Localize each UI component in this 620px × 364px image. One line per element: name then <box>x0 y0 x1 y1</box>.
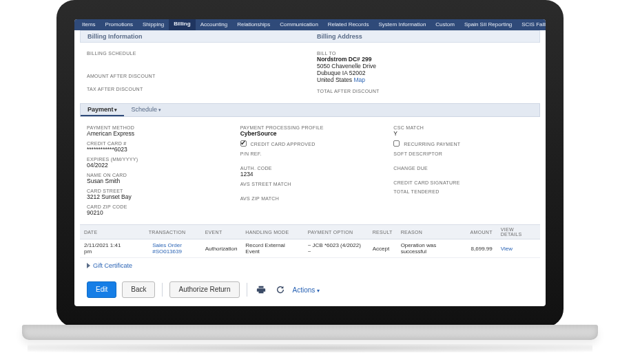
tab-scis-fallback[interactable]: SCIS Fallback <box>517 19 546 30</box>
cell-handling-mode: Record External Event <box>241 239 303 258</box>
disclosure-triangle-icon <box>87 263 90 268</box>
csc-match-label: CSC MATCH <box>393 125 533 130</box>
divider <box>162 283 163 297</box>
card-zip-label: CARD ZIP CODE <box>87 204 227 209</box>
pn-ref-label: P/N REF. <box>240 151 380 156</box>
total-after-discount-label: TOTAL AFTER DISCOUNT <box>317 89 533 94</box>
authorize-return-button[interactable]: Authorize Return <box>169 281 239 298</box>
bill-to-city: Dubuque IA 52002 <box>317 69 533 76</box>
col-amount[interactable]: AMOUNT <box>466 225 497 239</box>
amount-after-discount-label: AMOUNT AFTER DISCOUNT <box>87 74 303 78</box>
gift-certificate-label: Gift Certificate <box>93 262 132 269</box>
tab-accounting[interactable]: Accounting <box>196 19 233 30</box>
col-event[interactable]: EVENT <box>201 225 242 239</box>
cell-reason: Operation was successful <box>397 239 466 258</box>
tab-system-information[interactable]: System Information <box>373 19 431 30</box>
map-link[interactable]: Map <box>353 76 365 83</box>
payment-method-label: PAYMENT METHOD <box>87 125 227 130</box>
subtab-schedule[interactable]: Schedule <box>124 104 167 116</box>
name-on-card-value: Susan Smith <box>87 178 227 184</box>
section-header-left: Billing Information <box>81 31 310 42</box>
recurring-label: RECURRING PAYMENT <box>404 142 460 147</box>
cell-payment-option: ~ JCB *6023 (4/2022) ~ <box>304 239 369 258</box>
cell-result: Accept <box>369 239 397 258</box>
table-row: 2/11/2021 1:41 pm Sales Order #SO013639 … <box>80 239 540 258</box>
transaction-link[interactable]: Sales Order #SO013639 <box>152 242 182 255</box>
print-icon[interactable] <box>254 282 268 297</box>
transaction-table: DATE TRANSACTION EVENT HANDLING MODE PAY… <box>80 224 540 258</box>
expires-value: 04/2022 <box>87 162 227 169</box>
tab-spain-sii[interactable]: Spain SII Reporting <box>459 19 517 30</box>
tab-custom[interactable]: Custom <box>431 19 459 30</box>
subtab-payment[interactable]: Payment <box>81 104 124 116</box>
section-header: Billing Information Billing Address <box>80 30 540 43</box>
bill-to-street: 5050 Chavenelle Drive <box>317 63 533 69</box>
recurring-row: RECURRING PAYMENT <box>393 140 533 147</box>
auth-code-value: 1234 <box>240 171 380 178</box>
gift-certificate-toggle[interactable]: Gift Certificate <box>80 258 540 273</box>
cell-date: 2/11/2021 1:41 pm <box>80 239 133 258</box>
laptop-shadow <box>28 344 592 352</box>
change-due-label: CHANGE DUE <box>393 166 533 171</box>
recurring-checkbox <box>393 140 400 147</box>
laptop-base <box>22 325 598 340</box>
cc-approved-checkbox <box>240 140 247 147</box>
divider <box>247 283 247 297</box>
cc-approved-row: CREDIT CARD APPROVED <box>240 140 380 147</box>
tab-billing[interactable]: Billing <box>169 19 195 30</box>
cell-amount: 8,699.99 <box>466 239 497 258</box>
payment-method-value: American Express <box>87 130 227 137</box>
bill-to-country: United States <box>317 76 352 83</box>
avs-zip-label: AVS ZIP MATCH <box>240 196 380 201</box>
processing-profile-value: CyberSource <box>240 130 380 137</box>
card-street-label: CARD STREET <box>87 189 227 193</box>
app-screen: Items Promotions Shipping Billing Accoun… <box>74 19 546 306</box>
edit-button[interactable]: Edit <box>87 281 116 298</box>
name-on-card-label: NAME ON CARD <box>87 173 227 178</box>
tab-items[interactable]: Items <box>77 19 101 30</box>
col-handling-mode[interactable]: HANDLING MODE <box>241 225 303 239</box>
refresh-icon[interactable] <box>273 282 287 297</box>
total-tendered-label: TOTAL TENDERED <box>393 189 533 194</box>
avs-street-label: AVS STREET MATCH <box>240 182 380 186</box>
bill-to-name: Nordstrom DC# 299 <box>317 56 533 63</box>
tab-shipping[interactable]: Shipping <box>138 19 169 30</box>
auth-code-label: AUTH. CODE <box>240 166 380 171</box>
cc-number-value: ************6023 <box>87 146 227 153</box>
soft-descriptor-label: SOFT DESCRIPTOR <box>393 151 533 156</box>
cc-number-label: CREDIT CARD # <box>87 141 227 146</box>
view-link[interactable]: View <box>501 246 513 252</box>
col-reason[interactable]: REASON <box>397 225 466 239</box>
cc-signature-label: CREDIT CARD SIGNATURE <box>393 180 533 185</box>
payment-subtab-bar: Payment Schedule <box>80 103 540 117</box>
col-payment-option[interactable]: PAYMENT OPTION <box>304 225 369 239</box>
subtab-nav-bar: Items Promotions Shipping Billing Accoun… <box>74 19 546 30</box>
payment-grid: PAYMENT METHOD American Express CREDIT C… <box>80 117 540 220</box>
cc-approved-label: CREDIT CARD APPROVED <box>250 142 315 147</box>
billing-schedule-label: BILLING SCHEDULE <box>87 51 303 56</box>
back-button[interactable]: Back <box>122 281 155 298</box>
tab-promotions[interactable]: Promotions <box>101 19 138 30</box>
action-footer: Edit Back Authorize Return Actions <box>80 273 540 306</box>
card-zip-value: 90210 <box>87 209 227 216</box>
bill-to-country-row: United States Map <box>317 76 533 83</box>
col-transaction[interactable]: TRANSACTION <box>133 225 200 239</box>
tab-communication[interactable]: Communication <box>275 19 323 30</box>
processing-profile-label: PAYMENT PROCESSING PROFILE <box>240 125 380 130</box>
csc-match-value: Y <box>393 130 533 137</box>
tab-relationships[interactable]: Relationships <box>232 19 275 30</box>
actions-menu[interactable]: Actions <box>293 286 320 294</box>
section-header-right: Billing Address <box>310 31 539 42</box>
col-view-details[interactable]: VIEW DETAILS <box>497 225 540 239</box>
col-result[interactable]: RESULT <box>369 225 397 239</box>
bill-to-label: BILL TO <box>317 51 533 56</box>
tax-after-discount-label: TAX AFTER DISCOUNT <box>87 87 303 92</box>
expires-label: EXPIRES (MM/YYYY) <box>87 157 227 162</box>
col-date[interactable]: DATE <box>80 225 133 239</box>
card-street-value: 3212 Sunset Bay <box>87 193 227 200</box>
tab-related-records[interactable]: Related Records <box>323 19 374 30</box>
cell-event: Authorization <box>201 239 242 258</box>
laptop-frame: Items Promotions Shipping Billing Accoun… <box>56 0 564 327</box>
